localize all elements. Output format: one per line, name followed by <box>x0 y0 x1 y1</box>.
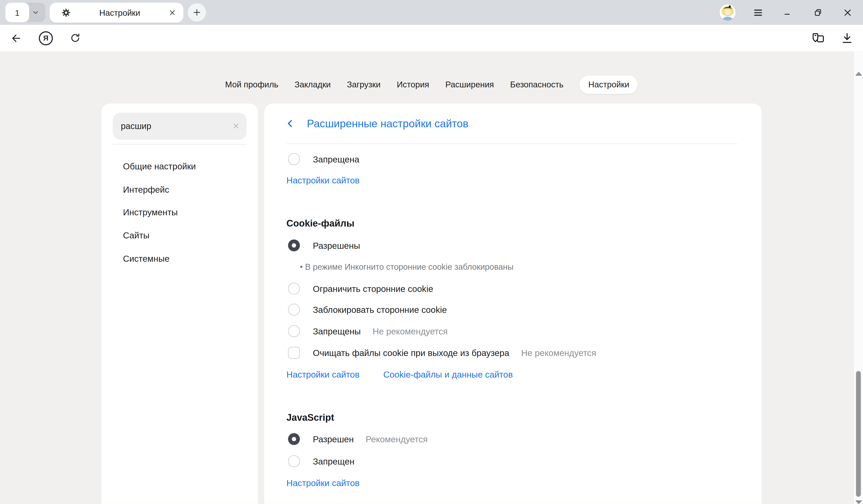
link-row: Настройки сайтов <box>287 173 360 188</box>
avatar-bow <box>729 5 731 7</box>
radio-zapreschena[interactable] <box>288 153 300 165</box>
browser-window: 1 <box>0 0 863 504</box>
nav-tab-profile[interactable]: Мой профиль <box>225 75 278 93</box>
not-recommended-hint: Не рекомендуется <box>521 348 596 358</box>
nav-tab-security[interactable]: Безопасность <box>510 75 564 93</box>
tab-close-icon[interactable] <box>169 9 176 16</box>
site-settings-link[interactable]: Настройки сайтов <box>287 175 360 185</box>
settings-sidebar: Общие настройки Интерфейс Инструменты Са… <box>101 103 258 504</box>
radio-label: Разрешен <box>313 434 354 444</box>
header-divider <box>287 143 737 144</box>
window-minimize-button[interactable] <box>779 4 796 21</box>
note-row: • В режиме Инкогнито сторонние cookie за… <box>300 260 513 275</box>
radio-js-forbidden[interactable] <box>288 455 300 467</box>
sidebar-item-system[interactable]: Системные <box>123 251 170 266</box>
not-recommended-hint: Не рекомендуется <box>373 326 448 336</box>
scroll-down-icon[interactable] <box>855 500 863 504</box>
tab-bar: 1 <box>0 0 863 25</box>
radio-label: Ограничить сторонние cookie <box>313 284 433 294</box>
passwords-cards-button[interactable] <box>809 25 828 51</box>
radio-label: Запрещена <box>313 154 359 164</box>
nav-tab-downloads[interactable]: Загрузки <box>347 75 380 93</box>
sidebar-divider <box>113 144 247 145</box>
tab-counter[interactable]: 1 <box>5 3 45 22</box>
chevron-down-icon[interactable] <box>32 9 39 16</box>
radio-cookies-forbidden[interactable] <box>288 325 300 337</box>
checkbox-label: Очищать файлы cookie при выходе из брауз… <box>313 348 509 358</box>
tab-count-badge[interactable]: 1 <box>5 3 29 22</box>
radio-js-allowed[interactable] <box>288 433 300 445</box>
javascript-heading-row: JavaScript <box>287 410 334 425</box>
radio-row: Разрешен Рекомендуется <box>288 431 428 446</box>
recommended-hint: Рекомендуется <box>366 434 428 444</box>
radio-label: Разрешены <box>313 240 360 251</box>
radio-cookies-allowed[interactable] <box>288 239 300 251</box>
scrollbar-thumb[interactable] <box>856 371 861 497</box>
yandex-logo-icon: Я <box>39 31 53 45</box>
clear-search-icon[interactable] <box>232 122 240 130</box>
section-title[interactable]: Расширенные настройки сайтов <box>307 117 468 130</box>
profile-avatar[interactable] <box>720 4 736 21</box>
radio-row: Разрешены <box>288 238 360 253</box>
nav-tab-settings[interactable]: Настройки <box>580 75 638 93</box>
window-restore-button[interactable] <box>810 4 826 21</box>
nav-tab-bookmarks[interactable]: Закладки <box>295 75 331 93</box>
advanced-site-settings-panel: Расширенные настройки сайтов Запрещена Н… <box>264 103 762 504</box>
nav-tab-history[interactable]: История <box>397 75 429 93</box>
page-header[interactable]: Расширенные настройки сайтов <box>285 116 468 131</box>
clear-cookies-on-exit-checkbox[interactable] <box>288 347 300 359</box>
settings-search-input[interactable] <box>113 113 247 140</box>
radio-row: Запрещены Не рекомендуется <box>288 324 448 339</box>
checkbox-row: Очищать файлы cookie при выходе из брауз… <box>288 345 596 360</box>
sidebar-item-interface[interactable]: Интерфейс <box>123 182 169 197</box>
incognito-note: • В режиме Инкогнито сторонние cookie за… <box>300 262 513 272</box>
reload-button[interactable] <box>65 25 85 51</box>
site-settings-link[interactable]: Настройки сайтов <box>287 369 360 379</box>
radio-cookies-block-thirdparty[interactable] <box>288 304 300 316</box>
sidebar-item-general[interactable]: Общие настройки <box>123 159 196 174</box>
radio-row: Запрещен <box>288 454 354 469</box>
sidebar-item-sites[interactable]: Сайты <box>123 228 150 243</box>
site-settings-link[interactable]: Настройки сайтов <box>287 478 360 488</box>
radio-label: Запрещен <box>313 456 354 466</box>
javascript-heading: JavaScript <box>287 412 334 423</box>
tab-title: Настройки <box>71 8 169 17</box>
avatar-dress <box>723 17 733 21</box>
radio-row: Ограничить сторонние cookie <box>288 281 433 296</box>
browser-toolbar: Я Y settings Настройки <box>0 25 863 51</box>
nav-tab-extensions[interactable]: Расширения <box>445 75 494 93</box>
js-link-row: Настройки сайтов <box>287 475 360 490</box>
radio-cookies-limit-thirdparty[interactable] <box>288 282 300 294</box>
menu-button[interactable] <box>750 4 766 21</box>
tab-settings[interactable]: Настройки <box>50 3 184 23</box>
radio-label: Запрещены <box>313 326 361 336</box>
gear-favicon-icon <box>62 8 71 17</box>
back-chevron-icon[interactable] <box>285 118 296 129</box>
scroll-up-icon[interactable] <box>855 71 863 77</box>
cookies-heading-row: Cookie-файлы <box>287 216 354 231</box>
settings-page: Мой профиль Закладки Загрузки История Ра… <box>0 51 863 504</box>
cookies-heading: Cookie-файлы <box>287 218 354 229</box>
page-scrollbar[interactable] <box>853 51 863 504</box>
window-close-button[interactable] <box>839 4 855 21</box>
back-button[interactable] <box>7 25 26 51</box>
downloads-button[interactable] <box>837 25 856 51</box>
yandex-logo-button[interactable]: Я <box>36 25 56 51</box>
settings-nav: Мой профиль Закладки Загрузки История Ра… <box>225 74 638 94</box>
radio-row: Заблокировать сторонние cookie <box>288 302 447 317</box>
sidebar-item-tools[interactable]: Инструменты <box>123 204 178 219</box>
radio-label: Заблокировать сторонние cookie <box>313 304 447 315</box>
cookies-and-site-data-link[interactable]: Cookie-файлы и данные сайтов <box>384 369 513 379</box>
radio-row: Запрещена <box>288 152 359 167</box>
cookies-links-row: Настройки сайтов Cookie-файлы и данные с… <box>287 367 513 382</box>
new-tab-button[interactable] <box>188 3 206 22</box>
